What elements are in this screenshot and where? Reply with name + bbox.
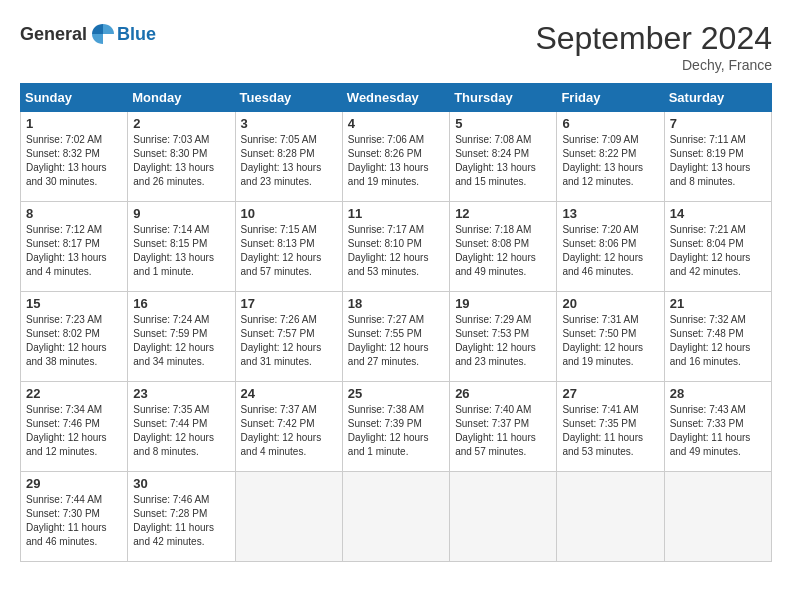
- calendar-cell: 12Sunrise: 7:18 AMSunset: 8:08 PMDayligh…: [450, 202, 557, 292]
- week-row-3: 15Sunrise: 7:23 AMSunset: 8:02 PMDayligh…: [21, 292, 772, 382]
- day-info: Sunrise: 7:23 AMSunset: 8:02 PMDaylight:…: [26, 313, 122, 369]
- day-info: Sunrise: 7:32 AMSunset: 7:48 PMDaylight:…: [670, 313, 766, 369]
- day-number: 1: [26, 116, 122, 131]
- day-info: Sunrise: 7:26 AMSunset: 7:57 PMDaylight:…: [241, 313, 337, 369]
- day-number: 4: [348, 116, 444, 131]
- day-number: 12: [455, 206, 551, 221]
- day-info: Sunrise: 7:21 AMSunset: 8:04 PMDaylight:…: [670, 223, 766, 279]
- calendar-cell: 7Sunrise: 7:11 AMSunset: 8:19 PMDaylight…: [664, 112, 771, 202]
- day-number: 6: [562, 116, 658, 131]
- calendar-cell: 23Sunrise: 7:35 AMSunset: 7:44 PMDayligh…: [128, 382, 235, 472]
- day-number: 8: [26, 206, 122, 221]
- calendar-cell: 2Sunrise: 7:03 AMSunset: 8:30 PMDaylight…: [128, 112, 235, 202]
- calendar-cell: 20Sunrise: 7:31 AMSunset: 7:50 PMDayligh…: [557, 292, 664, 382]
- day-info: Sunrise: 7:34 AMSunset: 7:46 PMDaylight:…: [26, 403, 122, 459]
- weekday-header-row: SundayMondayTuesdayWednesdayThursdayFrid…: [21, 84, 772, 112]
- day-number: 22: [26, 386, 122, 401]
- logo-general: General: [20, 24, 87, 45]
- calendar-cell: 22Sunrise: 7:34 AMSunset: 7:46 PMDayligh…: [21, 382, 128, 472]
- day-number: 14: [670, 206, 766, 221]
- day-number: 26: [455, 386, 551, 401]
- day-number: 7: [670, 116, 766, 131]
- calendar-cell: 4Sunrise: 7:06 AMSunset: 8:26 PMDaylight…: [342, 112, 449, 202]
- calendar-cell: 11Sunrise: 7:17 AMSunset: 8:10 PMDayligh…: [342, 202, 449, 292]
- day-number: 20: [562, 296, 658, 311]
- week-row-4: 22Sunrise: 7:34 AMSunset: 7:46 PMDayligh…: [21, 382, 772, 472]
- day-info: Sunrise: 7:20 AMSunset: 8:06 PMDaylight:…: [562, 223, 658, 279]
- day-number: 11: [348, 206, 444, 221]
- calendar-cell: 26Sunrise: 7:40 AMSunset: 7:37 PMDayligh…: [450, 382, 557, 472]
- calendar-cell: 25Sunrise: 7:38 AMSunset: 7:39 PMDayligh…: [342, 382, 449, 472]
- day-number: 28: [670, 386, 766, 401]
- calendar-cell: 27Sunrise: 7:41 AMSunset: 7:35 PMDayligh…: [557, 382, 664, 472]
- logo-blue: Blue: [117, 24, 156, 45]
- weekday-header-saturday: Saturday: [664, 84, 771, 112]
- day-number: 19: [455, 296, 551, 311]
- day-info: Sunrise: 7:44 AMSunset: 7:30 PMDaylight:…: [26, 493, 122, 549]
- calendar-cell: 1Sunrise: 7:02 AMSunset: 8:32 PMDaylight…: [21, 112, 128, 202]
- calendar-cell: 17Sunrise: 7:26 AMSunset: 7:57 PMDayligh…: [235, 292, 342, 382]
- calendar-cell: 13Sunrise: 7:20 AMSunset: 8:06 PMDayligh…: [557, 202, 664, 292]
- day-number: 15: [26, 296, 122, 311]
- location: Dechy, France: [535, 57, 772, 73]
- day-info: Sunrise: 7:31 AMSunset: 7:50 PMDaylight:…: [562, 313, 658, 369]
- calendar-cell: 3Sunrise: 7:05 AMSunset: 8:28 PMDaylight…: [235, 112, 342, 202]
- day-info: Sunrise: 7:06 AMSunset: 8:26 PMDaylight:…: [348, 133, 444, 189]
- calendar-cell: 19Sunrise: 7:29 AMSunset: 7:53 PMDayligh…: [450, 292, 557, 382]
- calendar-cell: [235, 472, 342, 562]
- day-number: 13: [562, 206, 658, 221]
- weekday-header-thursday: Thursday: [450, 84, 557, 112]
- calendar-cell: [664, 472, 771, 562]
- day-info: Sunrise: 7:15 AMSunset: 8:13 PMDaylight:…: [241, 223, 337, 279]
- page-header: General Blue September 2024 Dechy, Franc…: [20, 20, 772, 73]
- calendar-cell: 5Sunrise: 7:08 AMSunset: 8:24 PMDaylight…: [450, 112, 557, 202]
- calendar-cell: [342, 472, 449, 562]
- calendar-cell: 15Sunrise: 7:23 AMSunset: 8:02 PMDayligh…: [21, 292, 128, 382]
- day-info: Sunrise: 7:09 AMSunset: 8:22 PMDaylight:…: [562, 133, 658, 189]
- weekday-header-wednesday: Wednesday: [342, 84, 449, 112]
- day-info: Sunrise: 7:05 AMSunset: 8:28 PMDaylight:…: [241, 133, 337, 189]
- week-row-1: 1Sunrise: 7:02 AMSunset: 8:32 PMDaylight…: [21, 112, 772, 202]
- week-row-2: 8Sunrise: 7:12 AMSunset: 8:17 PMDaylight…: [21, 202, 772, 292]
- day-number: 3: [241, 116, 337, 131]
- calendar-cell: 14Sunrise: 7:21 AMSunset: 8:04 PMDayligh…: [664, 202, 771, 292]
- day-number: 18: [348, 296, 444, 311]
- day-number: 30: [133, 476, 229, 491]
- day-number: 17: [241, 296, 337, 311]
- calendar-cell: 6Sunrise: 7:09 AMSunset: 8:22 PMDaylight…: [557, 112, 664, 202]
- calendar-cell: 30Sunrise: 7:46 AMSunset: 7:28 PMDayligh…: [128, 472, 235, 562]
- calendar-cell: 10Sunrise: 7:15 AMSunset: 8:13 PMDayligh…: [235, 202, 342, 292]
- day-info: Sunrise: 7:38 AMSunset: 7:39 PMDaylight:…: [348, 403, 444, 459]
- weekday-header-monday: Monday: [128, 84, 235, 112]
- title-section: September 2024 Dechy, France: [535, 20, 772, 73]
- day-number: 2: [133, 116, 229, 131]
- logo: General Blue: [20, 20, 156, 48]
- calendar-cell: 29Sunrise: 7:44 AMSunset: 7:30 PMDayligh…: [21, 472, 128, 562]
- calendar-cell: 18Sunrise: 7:27 AMSunset: 7:55 PMDayligh…: [342, 292, 449, 382]
- day-info: Sunrise: 7:27 AMSunset: 7:55 PMDaylight:…: [348, 313, 444, 369]
- day-number: 29: [26, 476, 122, 491]
- weekday-header-sunday: Sunday: [21, 84, 128, 112]
- day-number: 27: [562, 386, 658, 401]
- day-info: Sunrise: 7:46 AMSunset: 7:28 PMDaylight:…: [133, 493, 229, 549]
- month-title: September 2024: [535, 20, 772, 57]
- day-info: Sunrise: 7:11 AMSunset: 8:19 PMDaylight:…: [670, 133, 766, 189]
- day-info: Sunrise: 7:29 AMSunset: 7:53 PMDaylight:…: [455, 313, 551, 369]
- day-info: Sunrise: 7:40 AMSunset: 7:37 PMDaylight:…: [455, 403, 551, 459]
- calendar-cell: 24Sunrise: 7:37 AMSunset: 7:42 PMDayligh…: [235, 382, 342, 472]
- day-number: 9: [133, 206, 229, 221]
- calendar-table: SundayMondayTuesdayWednesdayThursdayFrid…: [20, 83, 772, 562]
- weekday-header-tuesday: Tuesday: [235, 84, 342, 112]
- calendar-cell: 8Sunrise: 7:12 AMSunset: 8:17 PMDaylight…: [21, 202, 128, 292]
- day-info: Sunrise: 7:37 AMSunset: 7:42 PMDaylight:…: [241, 403, 337, 459]
- day-number: 23: [133, 386, 229, 401]
- day-info: Sunrise: 7:08 AMSunset: 8:24 PMDaylight:…: [455, 133, 551, 189]
- calendar-cell: 28Sunrise: 7:43 AMSunset: 7:33 PMDayligh…: [664, 382, 771, 472]
- day-number: 24: [241, 386, 337, 401]
- day-info: Sunrise: 7:18 AMSunset: 8:08 PMDaylight:…: [455, 223, 551, 279]
- day-info: Sunrise: 7:41 AMSunset: 7:35 PMDaylight:…: [562, 403, 658, 459]
- day-info: Sunrise: 7:43 AMSunset: 7:33 PMDaylight:…: [670, 403, 766, 459]
- day-number: 25: [348, 386, 444, 401]
- day-number: 5: [455, 116, 551, 131]
- calendar-cell: 21Sunrise: 7:32 AMSunset: 7:48 PMDayligh…: [664, 292, 771, 382]
